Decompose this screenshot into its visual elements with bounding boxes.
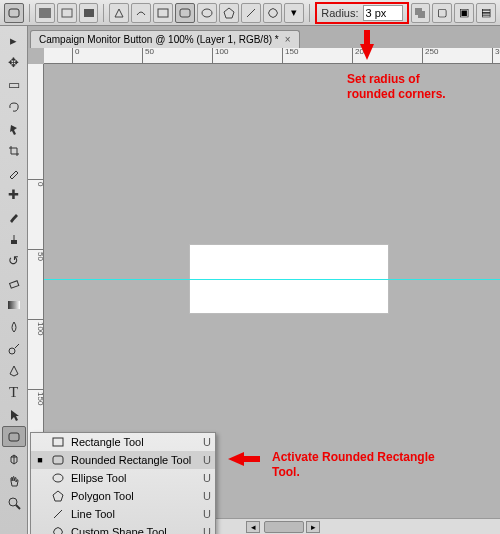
ruler-tick: 100 [212, 48, 228, 64]
line-icon [51, 507, 65, 521]
ellipse-icon [51, 471, 65, 485]
paths-mode[interactable] [57, 3, 77, 23]
svg-rect-17 [9, 433, 19, 441]
ruler-tick: 50 [142, 48, 154, 64]
polygon-shape-icon[interactable] [219, 3, 239, 23]
ruler-tick: 0 [72, 48, 79, 64]
menu-label: Custom Shape Tool [71, 526, 193, 534]
horizontal-ruler[interactable]: 0 50 100 150 200 250 300 [44, 48, 500, 64]
type-tool[interactable]: T [2, 382, 26, 403]
svg-rect-21 [53, 456, 63, 464]
svg-rect-1 [39, 8, 51, 18]
annotation-radius-text: Set radius of rounded corners. [347, 72, 446, 102]
3d-tool[interactable] [2, 448, 26, 469]
rounded-rectangle-icon [51, 453, 65, 467]
dodge-tool[interactable] [2, 338, 26, 359]
eraser-tool[interactable] [2, 272, 26, 293]
svg-rect-4 [158, 9, 168, 17]
shape-tool[interactable] [2, 426, 26, 447]
svg-rect-3 [84, 9, 94, 17]
eyedropper-tool[interactable] [2, 162, 26, 183]
menu-label: Polygon Tool [71, 490, 193, 502]
menu-shortcut: U [199, 454, 211, 466]
document-tab[interactable]: Campaign Monitor Button @ 100% (Layer 1,… [30, 30, 300, 48]
line-shape-icon[interactable] [241, 3, 261, 23]
scroll-left-icon[interactable]: ◂ [246, 521, 260, 533]
zoom-tool[interactable] [2, 492, 26, 513]
menu-shortcut: U [199, 526, 211, 534]
divider [309, 4, 310, 22]
svg-rect-11 [11, 240, 17, 244]
svg-marker-23 [53, 491, 63, 501]
brush-tool[interactable] [2, 206, 26, 227]
menu-item-polygon[interactable]: Polygon Tool U [31, 487, 215, 505]
clone-stamp-tool[interactable] [2, 228, 26, 249]
menu-label: Line Tool [71, 508, 193, 520]
polygon-icon [51, 489, 65, 503]
pen-tool[interactable] [2, 360, 26, 381]
combine-intersect-icon[interactable]: ▣ [454, 3, 474, 23]
gradient-tool[interactable] [2, 294, 26, 315]
svg-point-6 [202, 9, 212, 17]
svg-rect-0 [9, 9, 19, 17]
radius-field-group: Radius: [315, 2, 408, 24]
scroll-right-icon[interactable]: ▸ [306, 521, 320, 533]
scroll-thumb[interactable] [264, 521, 304, 533]
active-tool-preset[interactable] [4, 3, 24, 23]
close-icon[interactable]: × [285, 34, 291, 45]
shape-layers-mode[interactable] [35, 3, 55, 23]
menu-item-custom-shape[interactable]: Custom Shape Tool U [31, 523, 215, 534]
ruler-tick: 150 [282, 48, 298, 64]
crop-tool[interactable] [2, 140, 26, 161]
options-bar: ▾ Radius: ▢ ▣ ▤ [0, 0, 500, 26]
svg-line-8 [247, 9, 255, 17]
fill-pixels-mode[interactable] [79, 3, 99, 23]
healing-brush-tool[interactable]: ✚ [2, 184, 26, 205]
custom-shape-icon[interactable] [263, 3, 283, 23]
annotation-activate-text: Activate Rounded Rectangle Tool. [272, 450, 435, 480]
svg-rect-20 [53, 438, 63, 446]
pen-option-icon[interactable] [109, 3, 129, 23]
menu-shortcut: U [199, 436, 211, 448]
geometry-options-dropdown[interactable]: ▾ [284, 3, 304, 23]
blur-tool[interactable] [2, 316, 26, 337]
document-tab-bar: Campaign Monitor Button @ 100% (Layer 1,… [0, 26, 500, 48]
quick-select-tool[interactable] [2, 118, 26, 139]
hand-tool[interactable] [2, 470, 26, 491]
divider [103, 4, 104, 22]
menu-item-line[interactable]: Line Tool U [31, 505, 215, 523]
horizontal-guide[interactable] [44, 279, 500, 280]
combine-exclude-icon[interactable]: ▤ [476, 3, 496, 23]
svg-point-18 [9, 498, 17, 506]
move-tool[interactable]: ✥ [2, 52, 26, 73]
svg-line-24 [54, 510, 62, 518]
menu-item-ellipse[interactable]: Ellipse Tool U [31, 469, 215, 487]
lasso-tool[interactable] [2, 96, 26, 117]
svg-line-16 [15, 344, 19, 348]
combine-subtract-icon[interactable]: ▢ [432, 3, 452, 23]
radius-label: Radius: [321, 7, 358, 19]
rectangle-icon [51, 435, 65, 449]
arrow-left-icon [228, 452, 244, 466]
arrow-down-icon [360, 44, 374, 60]
svg-rect-14 [8, 301, 20, 309]
tab-handle-icon[interactable]: ▸ [2, 30, 26, 51]
svg-marker-7 [224, 8, 234, 18]
radius-input[interactable] [363, 5, 403, 21]
menu-item-rounded-rectangle[interactable]: ■ Rounded Rectangle Tool U [31, 451, 215, 469]
ellipse-shape-icon[interactable] [197, 3, 217, 23]
divider [29, 4, 30, 22]
rectangle-shape-icon[interactable] [153, 3, 173, 23]
marquee-tool[interactable]: ▭ [2, 74, 26, 95]
history-brush-tool[interactable]: ↺ [2, 250, 26, 271]
ruler-tick: 50 [28, 249, 44, 261]
menu-item-rectangle[interactable]: Rectangle Tool U [31, 433, 215, 451]
combine-add-icon[interactable] [411, 3, 431, 23]
rounded-rectangle-shape-icon[interactable] [175, 3, 195, 23]
svg-rect-5 [180, 9, 190, 17]
svg-line-19 [16, 505, 20, 509]
svg-point-22 [53, 474, 63, 482]
svg-rect-2 [62, 9, 72, 17]
freeform-pen-icon[interactable] [131, 3, 151, 23]
path-selection-tool[interactable] [2, 404, 26, 425]
